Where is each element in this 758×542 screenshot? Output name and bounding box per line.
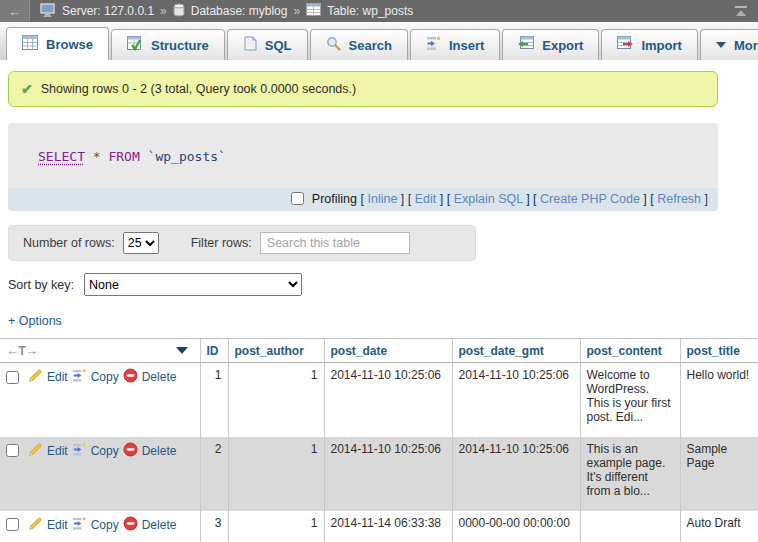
options-toggle[interactable]: + Options bbox=[8, 314, 62, 328]
bracket: [ bbox=[647, 192, 657, 206]
tab-export[interactable]: Export bbox=[502, 29, 599, 60]
row-checkbox[interactable] bbox=[6, 371, 19, 384]
query-action-create-php-code[interactable]: Create PHP Code bbox=[540, 192, 640, 206]
bracket: ] bbox=[640, 192, 647, 206]
tab-structure[interactable]: Structure bbox=[111, 29, 225, 60]
query-actions-bar: Profiling [ Inline ] [ Edit ] [ Explain … bbox=[8, 188, 718, 211]
query-action-link-group: [ Create PHP Code ] bbox=[530, 192, 647, 206]
query-action-link-group: [ Refresh ] bbox=[647, 192, 708, 206]
tab-sql[interactable]: SQL bbox=[227, 29, 308, 60]
sql-query-panel: SELECT * FROM `wp_posts` Profiling [ Inl… bbox=[8, 123, 718, 211]
delete-label: Delete bbox=[142, 370, 177, 384]
column-header-id[interactable]: ID bbox=[200, 339, 228, 363]
row-checkbox[interactable] bbox=[6, 518, 19, 531]
rows-count-select[interactable]: 25 bbox=[123, 232, 159, 254]
query-action-refresh[interactable]: Refresh bbox=[657, 192, 701, 206]
cell-post-title: Sample Page bbox=[680, 437, 758, 511]
browse-icon bbox=[22, 35, 38, 53]
pencil-icon bbox=[28, 516, 43, 534]
filter-input[interactable] bbox=[260, 232, 410, 254]
tab-bar: Browse Structure SQL Search Insert Expor… bbox=[0, 22, 758, 60]
query-action-edit[interactable]: Edit bbox=[415, 192, 437, 206]
cell-post-content: This is an example page. It's different … bbox=[580, 437, 680, 511]
back-arrow-icon[interactable]: ← bbox=[0, 0, 30, 22]
bulk-actions-chevron-icon[interactable] bbox=[176, 347, 188, 354]
edit-label: Edit bbox=[47, 370, 68, 384]
row-edit-link[interactable]: Edit bbox=[28, 368, 68, 386]
cell-post-date-gmt: 2014-11-10 10:25:06 bbox=[452, 363, 580, 437]
profiling-label: Profiling bbox=[312, 192, 357, 206]
breadcrumb-table[interactable]: Table: wp_posts bbox=[327, 4, 413, 18]
sql-star: * bbox=[93, 149, 101, 164]
database-icon bbox=[173, 3, 185, 20]
cell-post-content bbox=[580, 511, 680, 542]
column-header-post_content[interactable]: post_content bbox=[580, 339, 680, 363]
edit-label: Edit bbox=[47, 518, 68, 532]
collapse-up-icon[interactable] bbox=[724, 6, 758, 17]
query-action-link-group: [ Inline ] bbox=[361, 192, 405, 206]
copy-icon bbox=[72, 368, 87, 386]
structure-icon bbox=[127, 36, 143, 54]
cell-id: 3 bbox=[200, 511, 228, 542]
row-delete-link[interactable]: Delete bbox=[123, 442, 177, 460]
delete-icon bbox=[123, 442, 138, 460]
breadcrumb-separator: » bbox=[160, 4, 167, 18]
bracket: [ bbox=[530, 192, 540, 206]
column-header-post_date_gmt[interactable]: post_date_gmt bbox=[452, 339, 580, 363]
search-icon bbox=[326, 36, 341, 54]
query-action-link-group: [ Explain SQL ] bbox=[443, 192, 529, 206]
delete-label: Delete bbox=[142, 518, 177, 532]
cell-post-date: 2014-11-10 10:25:06 bbox=[324, 437, 452, 511]
sql-query: SELECT * FROM `wp_posts` bbox=[8, 123, 718, 188]
breadcrumb-database[interactable]: Database: myblog bbox=[191, 4, 288, 18]
cell-post-title: Auto Draft bbox=[680, 511, 758, 542]
column-header-post_author[interactable]: post_author bbox=[228, 339, 324, 363]
cell-post-date: 2014-11-14 06:33:38 bbox=[324, 511, 452, 542]
actions-column-header[interactable]: ←T→ bbox=[0, 339, 200, 363]
row-copy-link[interactable]: Copy bbox=[72, 442, 119, 460]
sort-row: Sort by key: None bbox=[8, 273, 758, 296]
transpose-arrows[interactable]: ←T→ bbox=[6, 343, 37, 358]
row-edit-link[interactable]: Edit bbox=[28, 516, 68, 534]
column-header-post_date[interactable]: post_date bbox=[324, 339, 452, 363]
row-delete-link[interactable]: Delete bbox=[123, 368, 177, 386]
row-copy-link[interactable]: Copy bbox=[72, 368, 119, 386]
cell-post-date-gmt: 0000-00-00 00:00:00 bbox=[452, 511, 580, 542]
row-checkbox[interactable] bbox=[6, 444, 19, 457]
row-edit-link[interactable]: Edit bbox=[28, 442, 68, 460]
bracket: ] bbox=[701, 192, 708, 206]
table-row: Edit Copy Delete 2 1 2014-11-10 10:25:06… bbox=[0, 437, 758, 511]
cell-post-content: Welcome to WordPress. This is your first… bbox=[580, 363, 680, 437]
table-row: Edit Copy Delete 3 1 2014-11-14 06:33:38… bbox=[0, 511, 758, 542]
status-message: ✔ Showing rows 0 - 2 (3 total, Query too… bbox=[8, 71, 718, 107]
tab-insert[interactable]: Insert bbox=[410, 29, 500, 60]
tab-browse[interactable]: Browse bbox=[6, 27, 109, 60]
table-row: Edit Copy Delete 1 1 2014-11-10 10:25:06… bbox=[0, 363, 758, 437]
filter-label: Filter rows: bbox=[191, 236, 252, 250]
breadcrumb-server[interactable]: Server: 127.0.0.1 bbox=[62, 4, 154, 18]
export-icon bbox=[518, 36, 534, 54]
profiling-checkbox[interactable] bbox=[291, 192, 304, 205]
tab-more[interactable]: More bbox=[700, 29, 758, 60]
delete-icon bbox=[123, 368, 138, 386]
sql-icon bbox=[243, 36, 257, 54]
bracket: [ bbox=[404, 192, 414, 206]
cell-post-author: 1 bbox=[228, 437, 324, 511]
cell-id: 2 bbox=[200, 437, 228, 511]
tab-label: Export bbox=[542, 38, 583, 53]
query-action-inline[interactable]: Inline bbox=[367, 192, 397, 206]
row-copy-link[interactable]: Copy bbox=[72, 516, 119, 534]
sort-key-select[interactable]: None bbox=[84, 273, 302, 296]
tab-label: Search bbox=[349, 38, 392, 53]
query-action-explain-sql[interactable]: Explain SQL bbox=[454, 192, 523, 206]
column-header-post_title[interactable]: post_title bbox=[680, 339, 758, 363]
tab-search[interactable]: Search bbox=[310, 29, 408, 60]
tab-import[interactable]: Import bbox=[601, 29, 697, 60]
cell-post-date-gmt: 2014-11-10 10:25:06 bbox=[452, 437, 580, 511]
edit-label: Edit bbox=[47, 444, 68, 458]
rows-label: Number of rows: bbox=[23, 236, 115, 250]
row-delete-link[interactable]: Delete bbox=[123, 516, 177, 534]
status-message-text: Showing rows 0 - 2 (3 total, Query took … bbox=[41, 82, 356, 96]
copy-label: Copy bbox=[91, 370, 119, 384]
results-table: ←T→ IDpost_authorpost_datepost_date_gmtp… bbox=[0, 338, 758, 542]
